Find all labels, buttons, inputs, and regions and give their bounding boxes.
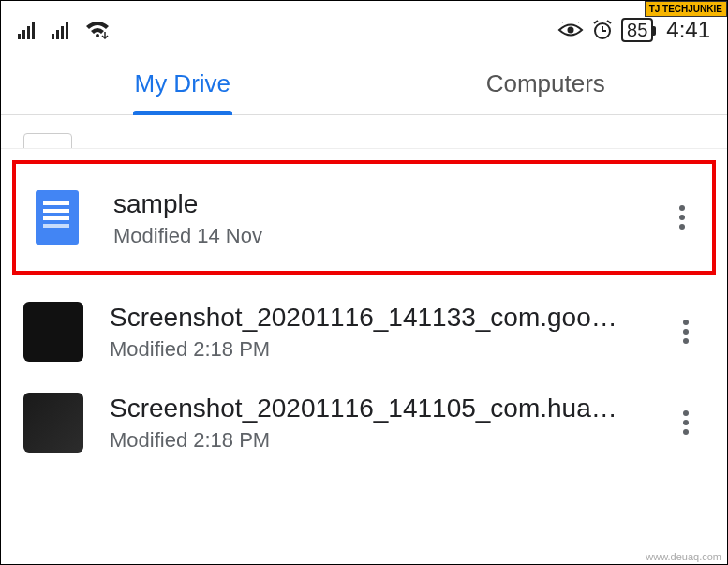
svg-rect-6 [61,26,64,39]
more-vertical-icon [679,215,685,220]
watermark-source: www.deuaq.com [646,551,721,562]
svg-rect-1 [22,30,25,39]
status-bar: 85 4:41 [1,1,727,53]
battery-percent: 85 [627,20,647,41]
signal-icon-2 [52,21,72,39]
more-vertical-icon [683,329,689,335]
watermark-techjunkie: TJ TECHJUNKIE [645,1,727,17]
battery-indicator: 85 [621,18,653,42]
svg-line-11 [578,22,580,22]
screenshot-thumbnail [23,393,83,453]
svg-rect-2 [27,26,30,39]
file-title: Screenshot_20201116_141105_com.hua… [110,392,641,424]
tab-label: My Drive [134,69,230,98]
file-title: sample [113,187,637,220]
svg-rect-7 [66,22,68,39]
clock: 4:41 [666,17,710,43]
list-item[interactable]: Modified 2:18 PM [1,115,727,149]
list-item-highlighted[interactable]: sample Modified 14 Nov [12,160,716,275]
more-vertical-icon [683,420,689,425]
file-thumbnail [23,133,72,149]
tab-label: Computers [486,69,605,98]
svg-rect-3 [32,22,35,39]
signal-icon [18,21,38,39]
screenshot-thumbnail [23,302,83,362]
list-item[interactable]: Screenshot_20201116_141105_com.hua… Modi… [1,377,727,468]
svg-rect-4 [52,34,54,39]
tab-computers[interactable]: Computers [364,53,728,114]
svg-rect-0 [18,34,21,39]
wifi-icon [85,21,110,39]
eye-icon [557,22,584,38]
file-title: Screenshot_20201116_141133_com.goo… [110,301,641,334]
svg-rect-5 [56,30,59,39]
file-subtitle: Modified 2:18 PM [110,428,641,453]
file-subtitle: Modified 14 Nov [113,224,637,248]
tab-bar: My Drive Computers [1,53,727,115]
file-subtitle: Modified 2:18 PM [110,337,641,362]
alarm-clock-icon [591,19,614,41]
more-options-button[interactable] [663,199,701,236]
list-item[interactable]: Screenshot_20201116_141133_com.goo… Modi… [1,286,727,377]
more-options-button[interactable] [667,313,705,350]
google-docs-icon [36,190,79,245]
svg-line-15 [594,21,598,23]
tab-my-drive[interactable]: My Drive [1,53,364,114]
svg-point-8 [568,27,574,34]
svg-line-16 [607,21,611,23]
more-options-button[interactable] [667,404,705,441]
file-list: Modified 2:18 PM sample Modified 14 Nov … [1,115,727,468]
svg-line-9 [561,22,563,22]
